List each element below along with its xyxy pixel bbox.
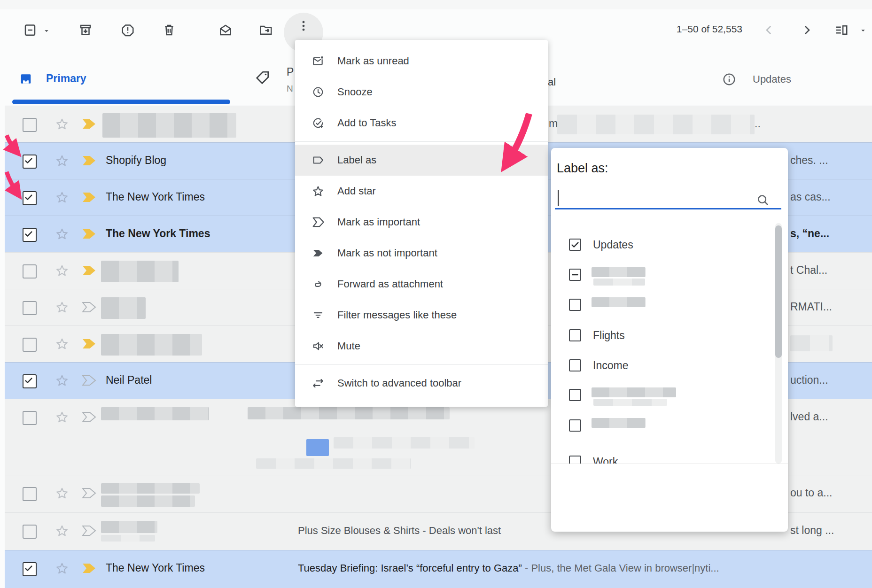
star-icon[interactable] [55, 337, 69, 350]
menu-item-mute[interactable]: Mute [295, 331, 548, 362]
importance-marker-icon[interactable] [82, 375, 96, 386]
older-page-button[interactable] [800, 23, 814, 37]
label-option-blurred-2[interactable] [551, 293, 788, 317]
primary-tab-indicator [12, 100, 230, 104]
star-icon[interactable] [55, 264, 69, 277]
menu-item-mark-as-unread[interactable]: Mark as unread [295, 46, 548, 77]
filter-icon [312, 309, 324, 321]
newer-page-button[interactable] [762, 23, 776, 37]
label-checkbox-checked[interactable] [569, 239, 581, 251]
label-checkbox-unchecked[interactable] [569, 299, 581, 311]
select-caret-icon[interactable] [42, 27, 51, 35]
star-icon[interactable] [55, 154, 69, 167]
star-icon[interactable] [55, 524, 69, 537]
select-all-checkbox[interactable] [23, 23, 37, 37]
table-row[interactable]: The New York TimesTuesday Briefing: Isra… [5, 550, 872, 588]
subject-fragment: .. [755, 117, 761, 130]
menu-item-filter-messages-like-these[interactable]: Filter messages like these [295, 300, 548, 331]
menu-item-label: Mark as not important [337, 247, 437, 259]
star-icon[interactable] [55, 410, 69, 424]
row-checkbox[interactable] [23, 338, 37, 352]
importance-marker-icon[interactable] [82, 265, 96, 276]
importance-marker-icon[interactable] [82, 229, 96, 239]
menu-item-label-as[interactable]: Label as [295, 145, 548, 176]
search-input[interactable] [555, 208, 781, 209]
mark-as-read-button[interactable] [218, 23, 233, 37]
label-option-work[interactable]: Work [551, 449, 788, 464]
menu-item-switch-to-advanced-toolbar[interactable]: Switch to advanced toolbar [295, 368, 548, 399]
star-icon[interactable] [55, 487, 69, 500]
label-option-updates[interactable]: Updates [551, 232, 788, 257]
report-spam-button[interactable] [121, 23, 135, 37]
star-icon[interactable] [55, 562, 69, 575]
label-checkbox-unchecked[interactable] [569, 389, 581, 401]
importance-marker-icon[interactable] [82, 192, 96, 202]
label-checkbox-indeterminate[interactable] [569, 269, 581, 281]
more-options-button[interactable] [296, 19, 311, 33]
row-checkbox[interactable] [23, 264, 37, 279]
row-checkbox[interactable] [23, 562, 37, 576]
tab-social-fragment[interactable]: al [548, 76, 556, 88]
delete-button[interactable] [162, 23, 176, 37]
subject-fragment: uction... [790, 374, 828, 387]
email-subject: Plus Size Blouses & Shirts - Deals won't… [298, 525, 501, 537]
star-icon[interactable] [55, 191, 69, 204]
blurred-text [101, 483, 200, 494]
menu-item-mark-as-important[interactable]: Mark as important [295, 207, 548, 238]
updates-info-icon[interactable] [722, 72, 737, 87]
subject-fragment: t Chal... [790, 264, 827, 277]
row-checkbox[interactable] [23, 411, 37, 425]
importance-marker-icon[interactable] [82, 119, 96, 129]
tab-promotions-fragment[interactable]: P [287, 66, 294, 78]
label-option-blurred-1[interactable] [551, 263, 788, 287]
label-checkbox-unchecked[interactable] [569, 329, 581, 341]
menu-item-add-star[interactable]: Add star [295, 176, 548, 207]
label-checkbox-unchecked[interactable] [569, 456, 581, 464]
menu-item-label: Mute [337, 340, 360, 352]
star-icon[interactable] [55, 374, 69, 387]
email-snippet: - Plus, the Met Gala View in browser|nyt… [522, 562, 719, 574]
menu-item-add-to-tasks[interactable]: Add to Tasks [295, 108, 548, 139]
split-pane-button[interactable] [834, 23, 849, 37]
row-checkbox[interactable] [23, 487, 37, 501]
label-checkbox-unchecked[interactable] [569, 359, 581, 371]
tab-primary[interactable]: Primary [46, 72, 86, 85]
importance-marker-icon[interactable] [82, 412, 96, 422]
tab-updates[interactable]: Updates [753, 73, 791, 85]
importance-marker-icon[interactable] [82, 339, 96, 349]
menu-item-snooze[interactable]: Snooze [295, 77, 548, 108]
sender-name: Neil Patel [106, 374, 152, 387]
label-list-scrollbar-thumb[interactable] [775, 225, 782, 358]
label-checkbox-unchecked[interactable] [569, 419, 581, 432]
importance-marker-icon[interactable] [82, 563, 96, 573]
row-checkbox[interactable] [23, 118, 37, 132]
importance-marker-icon[interactable] [82, 526, 96, 536]
menu-item-forward-as-attachment[interactable]: Forward as attachment [295, 269, 548, 300]
label-option-flights[interactable]: Flights [551, 323, 788, 348]
menu-item-mark-as-not-important[interactable]: Mark as not important [295, 238, 548, 269]
search-text-cursor [558, 190, 559, 206]
importance-marker-icon[interactable] [82, 155, 96, 166]
menu-item-label: Forward as attachment [337, 278, 443, 290]
top-strip [0, 0, 872, 9]
label-option-blurred-5[interactable] [551, 383, 788, 407]
label-option-blurred-6[interactable] [551, 413, 788, 438]
row-checkbox[interactable] [23, 301, 37, 315]
row-checkbox[interactable] [23, 374, 37, 388]
importance-marker-icon[interactable] [82, 302, 96, 312]
move-to-button[interactable] [259, 23, 273, 37]
star-icon[interactable] [55, 117, 69, 131]
label-option-income[interactable]: Income [551, 353, 788, 378]
pane-caret-icon[interactable] [859, 26, 867, 35]
row-checkbox[interactable] [23, 191, 37, 205]
importance-marker-icon[interactable] [82, 488, 96, 498]
promotions-tag-icon[interactable] [254, 70, 271, 86]
archive-button[interactable] [78, 23, 93, 37]
star-icon[interactable] [55, 301, 69, 314]
row-checkbox[interactable] [23, 228, 37, 242]
row-checkbox[interactable] [23, 155, 37, 169]
menu-divider [295, 364, 548, 365]
row-checkbox[interactable] [23, 525, 37, 539]
subject-fragment: lved a... [790, 410, 828, 423]
star-icon[interactable] [55, 227, 69, 240]
